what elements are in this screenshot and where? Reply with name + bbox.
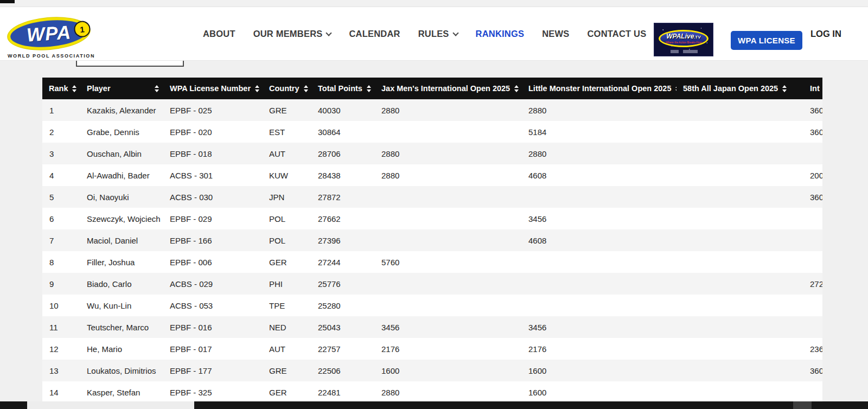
- cell-jax: [375, 208, 522, 229]
- cell-points: 28706: [311, 143, 375, 164]
- column-label: Little Monster International Open 2025: [528, 84, 671, 93]
- sort-icon[interactable]: [782, 85, 787, 92]
- cell-monster: 3456: [522, 208, 676, 229]
- cell-int: 2360: [803, 338, 822, 360]
- nav-item-label: NEWS: [542, 29, 569, 39]
- chevron-down-icon: [452, 30, 458, 36]
- column-header-country[interactable]: Country: [263, 78, 311, 99]
- nav-item-about[interactable]: ABOUT: [203, 29, 235, 39]
- nav-item-contact-us[interactable]: CONTACT US: [588, 29, 647, 39]
- cell-points: 22481: [311, 381, 375, 403]
- column-header-player[interactable]: Player: [80, 78, 163, 99]
- cell-player: Filler, Joshua: [80, 251, 163, 273]
- cell-country: GER: [263, 251, 311, 273]
- cell-country: KUW: [263, 164, 311, 186]
- scrollbar-dark-segment: [793, 401, 812, 409]
- cell-jax: 3456: [375, 316, 522, 338]
- cell-license: EPBF - 325: [163, 381, 263, 403]
- rankings-table: RankPlayerWPA License NumberCountryTotal…: [42, 78, 822, 403]
- cell-rank: 12: [42, 338, 80, 360]
- nav-item-label: RANKINGS: [476, 29, 525, 39]
- wpalive-tagline: Where the Action Breaks First: [666, 41, 701, 44]
- cell-monster: [522, 273, 676, 295]
- wpalive-oval-icon: WPALive.TV Where the Action Breaks First: [659, 30, 709, 47]
- column-header-total-points[interactable]: Total Points: [311, 78, 375, 99]
- table-row: 14Kasper, StefanEPBF - 325GER22481288016…: [42, 381, 822, 403]
- cell-int: 3600: [803, 99, 822, 121]
- cell-int: 2720: [803, 273, 822, 295]
- sort-icon[interactable]: [514, 85, 519, 92]
- cell-player: Grabe, Dennis: [80, 121, 163, 143]
- cell-jax: [375, 121, 522, 143]
- column-label: WPA License Number: [170, 84, 251, 93]
- cell-jax: 5760: [375, 251, 522, 273]
- column-label: Rank: [49, 84, 68, 93]
- wpalive-tv-banner[interactable]: WPALive.TV Where the Action Breaks First: [654, 23, 713, 56]
- cell-monster: [522, 295, 676, 316]
- cell-jax: 2880: [375, 381, 522, 403]
- cell-japan: [676, 99, 803, 121]
- cell-monster: 5184: [522, 121, 676, 143]
- cell-int: [803, 295, 822, 316]
- sort-icon[interactable]: [675, 85, 676, 92]
- cell-player: Loukatos, Dimitrios: [80, 360, 163, 381]
- column-header-little-monster-international-open-2025[interactable]: Little Monster International Open 2025: [522, 78, 676, 99]
- table-row: 3Ouschan, AlbinEPBF - 018AUT287062880288…: [42, 143, 822, 164]
- table-row: 7Maciol, DanielEPBF - 166POL273964608: [42, 229, 822, 251]
- cell-int: [803, 143, 822, 164]
- horizontal-scrollbar-track[interactable]: [0, 401, 868, 409]
- column-header-wpa-license-number[interactable]: WPA License Number: [163, 78, 263, 99]
- cell-country: NED: [263, 316, 311, 338]
- cell-rank: 8: [42, 251, 80, 273]
- table-row: 8Filler, JoshuaEPBF - 006GER272445760: [42, 251, 822, 273]
- sort-icon[interactable]: [255, 85, 259, 92]
- column-label: Jax Men's International Open 2025: [381, 84, 510, 93]
- cell-license: ACBS - 029: [163, 273, 263, 295]
- sort-icon[interactable]: [367, 85, 371, 92]
- cell-rank: 13: [42, 360, 80, 381]
- cell-monster: 3456: [522, 316, 676, 338]
- cell-license: EPBF - 020: [163, 121, 263, 143]
- cell-points: 22506: [311, 360, 375, 381]
- cell-monster: 2880: [522, 143, 676, 164]
- cell-japan: [676, 295, 803, 316]
- sort-icon[interactable]: [72, 85, 76, 92]
- cell-license: EPBF - 006: [163, 251, 263, 273]
- column-header-rank[interactable]: Rank: [42, 78, 80, 99]
- column-header-jax-men-s-international-open-2025[interactable]: Jax Men's International Open 2025: [375, 78, 522, 99]
- nav-item-calendar[interactable]: CALENDAR: [349, 29, 400, 39]
- cell-int: 3600: [803, 186, 822, 208]
- nav-item-label: OUR MEMBERS: [253, 29, 323, 39]
- cell-points: 27396: [311, 229, 375, 251]
- column-label: Country: [269, 84, 299, 93]
- nav-item-rules[interactable]: RULES: [418, 29, 458, 39]
- sort-icon[interactable]: [155, 85, 159, 92]
- cell-country: TPE: [263, 295, 311, 316]
- nav-item-rankings[interactable]: RANKINGS: [476, 29, 525, 39]
- content-area: RankPlayerWPA License NumberCountryTotal…: [0, 61, 868, 409]
- column-label: Int: [810, 84, 820, 93]
- cell-int: 3600: [803, 360, 822, 381]
- login-link[interactable]: LOG IN: [810, 7, 841, 61]
- cell-int: 3600: [803, 121, 822, 143]
- column-header-int: Int: [803, 78, 822, 99]
- column-label: Player: [87, 84, 111, 93]
- horizontal-scrollbar-thumb[interactable]: [27, 401, 194, 409]
- cell-license: ACBS - 053: [163, 295, 263, 316]
- nav-item-label: ABOUT: [203, 29, 235, 39]
- column-label: 58th All Japan Open 2025: [683, 84, 778, 93]
- wpa-logo[interactable]: WPA 1 WORLD POOL ASSOCIATION: [8, 18, 94, 59]
- table-row: 1Kazakis, AlexanderEPBF - 025GRE40030288…: [42, 99, 822, 121]
- sort-icon[interactable]: [304, 85, 308, 92]
- cell-license: EPBF - 018: [163, 143, 263, 164]
- cell-jax: [375, 186, 522, 208]
- cell-points: 27662: [311, 208, 375, 229]
- nav-item-news[interactable]: NEWS: [542, 29, 569, 39]
- column-header-58th-all-japan-open-2025[interactable]: 58th All Japan Open 2025: [676, 78, 803, 99]
- wpa-license-button[interactable]: WPA LICENSE: [731, 31, 802, 50]
- cell-jax: [375, 295, 522, 316]
- cell-player: Biado, Carlo: [80, 273, 163, 295]
- ranking-filter-select-partial[interactable]: [76, 61, 184, 67]
- cell-country: PHI: [263, 273, 311, 295]
- nav-item-our-members[interactable]: OUR MEMBERS: [253, 29, 331, 39]
